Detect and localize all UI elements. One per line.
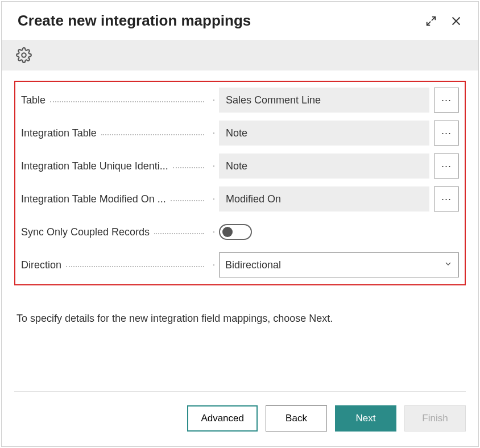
- dialog-header: Create new integration mappings: [2, 2, 478, 40]
- row-direction: Direction · Bidirectional: [21, 252, 459, 277]
- row-integration-table-modified-on: Integration Table Modified On ... · Modi…: [21, 186, 459, 211]
- separator-dot: ·: [212, 95, 216, 105]
- integration-table-modified-on-input[interactable]: Modified On: [219, 186, 429, 211]
- integration-table-uid-input[interactable]: Note: [219, 154, 429, 179]
- dialog-title: Create new integration mappings: [18, 12, 251, 30]
- direction-select[interactable]: Bidirectional: [219, 252, 459, 277]
- dots-filler: [171, 197, 204, 201]
- advanced-button[interactable]: Advanced: [187, 405, 258, 432]
- expand-icon[interactable]: [424, 14, 438, 28]
- dots-filler: [101, 131, 204, 135]
- spacer: [2, 325, 478, 391]
- table-input[interactable]: Sales Comment Line: [219, 88, 429, 113]
- gear-icon[interactable]: [14, 45, 34, 65]
- separator-dot: ·: [212, 128, 216, 138]
- header-controls: [424, 14, 464, 28]
- integration-table-modified-on-lookup-button[interactable]: ···: [434, 186, 459, 211]
- svg-point-0: [22, 53, 26, 57]
- label-direction: Direction: [21, 259, 61, 271]
- direction-value: Bidirectional: [225, 259, 281, 271]
- toggle-knob: [222, 227, 233, 237]
- ellipsis-icon: ···: [441, 160, 452, 172]
- label-integration-table-modified-on: Integration Table Modified On ...: [21, 193, 166, 205]
- row-integration-table-uid: Integration Table Unique Identi... · Not…: [21, 154, 459, 179]
- dots-filler: [50, 98, 204, 102]
- chevron-down-icon: [444, 259, 453, 271]
- finish-button: Finish: [404, 405, 466, 432]
- label-table: Table: [21, 94, 45, 106]
- integration-table-uid-lookup-button[interactable]: ···: [434, 154, 459, 179]
- separator-dot: ·: [212, 260, 216, 270]
- row-table: Table · Sales Comment Line ···: [21, 88, 459, 113]
- close-icon[interactable]: [449, 14, 464, 28]
- sync-only-coupled-toggle[interactable]: [219, 224, 252, 240]
- form-area: Table · Sales Comment Line ··· Integrati…: [2, 70, 478, 285]
- help-text: To specify details for the new integrati…: [2, 285, 478, 325]
- highlight-box: Table · Sales Comment Line ··· Integrati…: [14, 81, 466, 285]
- ellipsis-icon: ···: [441, 127, 452, 139]
- table-lookup-button[interactable]: ···: [434, 88, 459, 113]
- toolbar: [2, 40, 478, 70]
- integration-table-lookup-button[interactable]: ···: [434, 121, 459, 146]
- separator-dot: ·: [212, 194, 216, 204]
- back-button[interactable]: Back: [266, 405, 327, 432]
- integration-table-input[interactable]: Note: [219, 121, 429, 146]
- label-sync-only-coupled: Sync Only Coupled Records: [21, 226, 150, 238]
- dialog-footer: Advanced Back Next Finish: [14, 391, 466, 446]
- dots-filler: [154, 230, 204, 234]
- separator-dot: ·: [212, 161, 216, 171]
- row-sync-only-coupled: Sync Only Coupled Records ·: [21, 219, 459, 244]
- dialog: Create new integration mappings: [1, 1, 479, 447]
- label-integration-table: Integration Table: [21, 127, 97, 139]
- dots-filler: [173, 164, 204, 168]
- dots-filler: [66, 263, 204, 267]
- ellipsis-icon: ···: [441, 193, 452, 205]
- row-integration-table: Integration Table · Note ···: [21, 121, 459, 146]
- label-integration-table-uid: Integration Table Unique Identi...: [21, 160, 168, 172]
- next-button[interactable]: Next: [335, 405, 396, 432]
- ellipsis-icon: ···: [441, 94, 452, 106]
- separator-dot: ·: [212, 227, 216, 237]
